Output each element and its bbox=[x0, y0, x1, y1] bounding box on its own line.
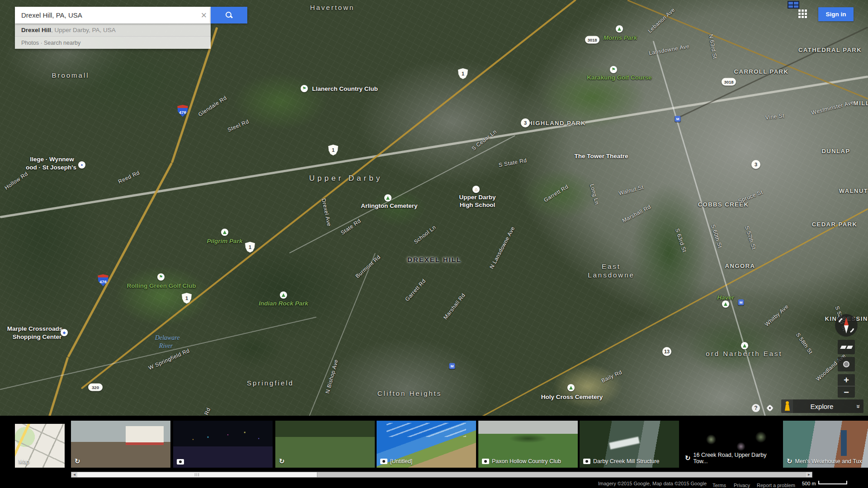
tree-icon bbox=[722, 300, 729, 308]
map-label: S 58th St bbox=[795, 332, 814, 355]
road-line bbox=[0, 75, 868, 218]
photo-thumbnail[interactable] bbox=[173, 421, 273, 468]
map-label: Upper Darby bbox=[459, 194, 495, 201]
map-label: Reed Rd bbox=[117, 169, 141, 185]
tree-icon bbox=[280, 291, 287, 299]
photosphere-icon: ↻ bbox=[685, 455, 691, 461]
terms-link[interactable]: Terms bbox=[712, 483, 726, 488]
photo-thumbnail[interactable]: ↻ bbox=[71, 421, 170, 468]
scroll-right-icon[interactable]: ► bbox=[806, 472, 812, 477]
map-mode-toggle[interactable]: Map bbox=[15, 424, 65, 468]
shop-icon bbox=[61, 329, 68, 336]
tilt-button[interactable] bbox=[838, 340, 855, 354]
scrollbar-thumb[interactable] bbox=[77, 472, 317, 477]
map-label: WALNUT bbox=[839, 188, 868, 194]
close-icon[interactable]: × bbox=[197, 7, 211, 23]
map-label: Marshall Rd bbox=[442, 292, 467, 320]
route-shield: 3018 bbox=[722, 78, 736, 86]
camera-icon bbox=[380, 459, 387, 464]
map-label: Holy Cross Cemetery bbox=[541, 394, 603, 400]
map-label: Glendale Rd bbox=[197, 94, 228, 117]
map-label: Burmont Rd bbox=[354, 254, 382, 280]
map-label: MILL bbox=[854, 100, 868, 107]
search-icon bbox=[225, 11, 233, 19]
map-label: Lansdowne bbox=[588, 271, 635, 279]
map-label: Marple Crossroads bbox=[7, 325, 62, 332]
grid-icon bbox=[788, 1, 799, 9]
road-line bbox=[474, 208, 868, 421]
compass-control[interactable] bbox=[835, 314, 858, 337]
suggestion-item[interactable]: Drexel Hill, Upper Darby, PA, USA bbox=[15, 23, 211, 37]
zoom-out-button[interactable]: − bbox=[838, 386, 855, 398]
photo-carousel: Map ↻↻[Untitled]Paxon Hollow Country Clu… bbox=[0, 416, 868, 479]
map-label: N Lansdowne Ave bbox=[488, 225, 516, 270]
map-canvas[interactable]: HavertownBroomallUpper DarbySpringfieldC… bbox=[0, 0, 868, 416]
attribution-bar: Imagery ©2015 Google, Map data ©2015 Goo… bbox=[0, 479, 868, 488]
map-label: ord Narberth East bbox=[706, 350, 782, 357]
tree-icon bbox=[567, 384, 575, 391]
map-tile-label: Map bbox=[19, 459, 29, 465]
photo-thumbnail[interactable]: ↻Men's Wearhouse and Tux bbox=[783, 421, 868, 468]
report-problem-link[interactable]: Report a problem bbox=[757, 483, 795, 488]
route-shield: 13 bbox=[662, 347, 671, 356]
camera-icon bbox=[583, 459, 590, 464]
privacy-link[interactable]: Privacy bbox=[734, 483, 750, 488]
search-box: × bbox=[15, 7, 211, 23]
my-location-button[interactable] bbox=[838, 357, 855, 371]
carousel-scrollbar[interactable]: ◄ ► bbox=[71, 472, 812, 478]
map-label: DUNLAP bbox=[821, 148, 850, 155]
map-label: Broomall bbox=[52, 71, 89, 79]
map-label: S 63rd St bbox=[674, 228, 688, 253]
google-maps-app: HavertownBroomallUpper DarbySpringfieldC… bbox=[0, 0, 868, 488]
map-label: S State Rd bbox=[498, 157, 528, 169]
map-label: The Tower Theatre bbox=[574, 153, 628, 160]
search-button[interactable] bbox=[211, 7, 247, 23]
map-label: ood · St Joseph's bbox=[26, 164, 76, 171]
map-label: Arlington Cemetery bbox=[361, 202, 417, 209]
photo-thumbnail[interactable]: ↻ bbox=[275, 421, 375, 468]
road-line bbox=[678, 26, 868, 118]
map-label: Hollow Rd bbox=[4, 170, 29, 191]
transit-icon: M bbox=[738, 300, 744, 305]
map-label: Havertown bbox=[310, 4, 355, 11]
explore-bar[interactable]: Explore « bbox=[781, 399, 863, 413]
map-label: Garrett Rd bbox=[404, 278, 427, 303]
suggestion-actions[interactable]: Photos · Search nearby bbox=[15, 37, 211, 49]
photo-thumbnail[interactable]: [Untitled] bbox=[377, 421, 476, 468]
sign-in-button[interactable]: Sign in bbox=[818, 7, 854, 21]
map-label: Marshall Rd bbox=[621, 203, 652, 224]
college-icon bbox=[78, 161, 85, 169]
map-label: llege · Wynnew bbox=[30, 156, 74, 163]
map-label: School Ln bbox=[413, 224, 437, 245]
map-label: Garrett Rd bbox=[542, 183, 569, 203]
help-button[interactable]: ? bbox=[752, 404, 760, 412]
route-shield: 1 bbox=[458, 68, 468, 79]
apps-grid-icon[interactable] bbox=[798, 9, 807, 19]
thumbnail-label: [Untitled] bbox=[380, 458, 412, 465]
camera-icon bbox=[482, 459, 489, 464]
map-label: East bbox=[602, 263, 621, 270]
gear-icon[interactable] bbox=[765, 404, 774, 413]
zoom-in-button[interactable]: + bbox=[838, 374, 855, 386]
map-label: High School bbox=[460, 202, 495, 208]
map-label: Baily Rd bbox=[600, 369, 623, 384]
scroll-left-icon[interactable]: ◄ bbox=[71, 472, 77, 477]
chevron-double-down-icon[interactable]: « bbox=[854, 400, 861, 413]
pegman-icon[interactable] bbox=[781, 399, 793, 413]
map-label: CATHEDRAL PARK bbox=[798, 47, 862, 53]
photo-thumbnail[interactable]: Darby Creek Mill Structure bbox=[580, 421, 679, 468]
search-input[interactable] bbox=[15, 11, 197, 19]
transit-icon: M bbox=[449, 363, 455, 369]
map-label: Long Ln bbox=[589, 183, 600, 206]
map-label: ANGORA bbox=[725, 263, 755, 269]
map-label: Whitby Ave bbox=[764, 303, 790, 328]
map-label: Spruce St bbox=[737, 189, 764, 204]
photo-thumbnail[interactable]: Paxon Hollow Country Club bbox=[478, 421, 578, 468]
map-label: S 57th St bbox=[744, 225, 757, 250]
photosphere-icon: ↻ bbox=[75, 458, 80, 465]
map-label: Steel Rd bbox=[226, 118, 250, 133]
thumbnail-label: Darby Creek Mill Structure bbox=[583, 458, 660, 465]
photo-thumbnail[interactable]: ↻16 Creek Road, Upper Darby Tow... bbox=[681, 421, 781, 468]
tilt-icon bbox=[840, 346, 846, 349]
tree-icon bbox=[616, 25, 623, 33]
